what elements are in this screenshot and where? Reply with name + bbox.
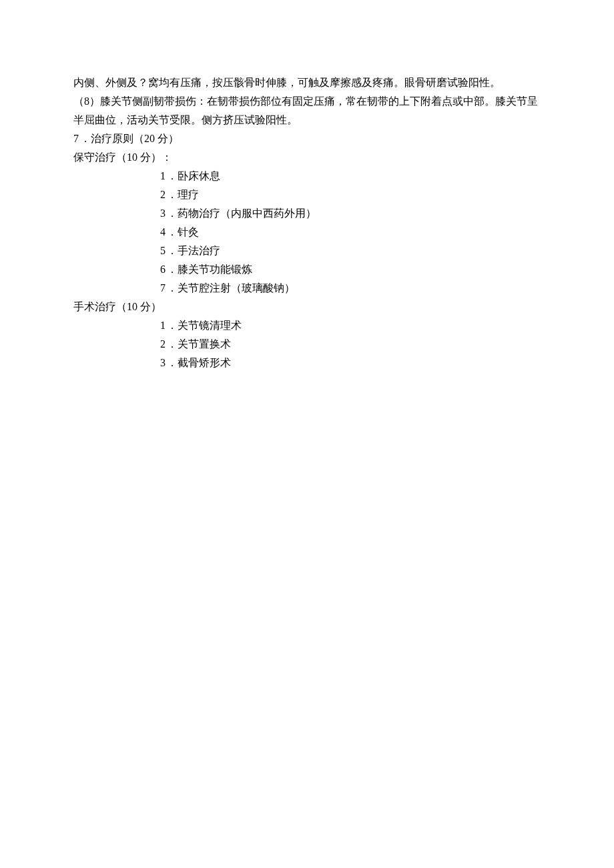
paragraph-item-8: （8）膝关节侧副韧带损伤：在韧带损伤部位有固定压痛，常在韧带的上下附着点或中部。… xyxy=(73,92,541,129)
item-text: ．关节腔注射（玻璃酸钠） xyxy=(167,282,295,294)
list-item: 2．关节置换术 xyxy=(73,335,541,354)
item-text: ．手法治疗 xyxy=(167,245,220,256)
list-item: 3．药物治疗（内服中西药外用） xyxy=(73,204,541,223)
item-text: ．关节置换术 xyxy=(167,338,231,350)
item-number: 5 xyxy=(160,242,166,260)
section-number: 7 xyxy=(73,129,79,148)
list-item: 1．卧床休息 xyxy=(73,167,541,185)
section-label: ．治疗原则（20 分） xyxy=(80,133,179,144)
item-text: ．膝关节功能锻炼 xyxy=(167,264,252,275)
list-item: 5．手法治疗 xyxy=(73,242,541,260)
item-number: 1 xyxy=(160,316,166,335)
item-text: ．理疗 xyxy=(167,189,199,200)
item-text: ．关节镜清理术 xyxy=(167,320,242,331)
list-item: 4．针灸 xyxy=(73,223,541,242)
conservative-treatment-heading: 保守治疗（10 分）： xyxy=(73,148,541,167)
list-item: 7．关节腔注射（玻璃酸钠） xyxy=(73,279,541,298)
item-number: 2 xyxy=(160,185,166,204)
item-text: ．截骨矫形术 xyxy=(167,357,231,368)
list-item: 3．截骨矫形术 xyxy=(73,354,541,372)
item-number: 6 xyxy=(160,260,166,279)
section-7-heading: 7．治疗原则（20 分） xyxy=(73,129,541,148)
item-number: 7 xyxy=(160,279,166,298)
item-number: 1 xyxy=(160,167,166,185)
list-item: 6．膝关节功能锻炼 xyxy=(73,260,541,279)
item-number: 2 xyxy=(160,335,166,354)
item-text: ．卧床休息 xyxy=(167,170,220,181)
surgical-treatment-heading: 手术治疗（10 分） xyxy=(73,298,541,316)
paragraph-continued-1: 内侧、外侧及？窝均有压痛，按压骸骨时伸膝，可触及摩擦感及疼痛。眼骨研磨试验阳性。 xyxy=(73,73,541,92)
item-text: ．针灸 xyxy=(167,226,199,238)
list-item: 2．理疗 xyxy=(73,185,541,204)
item-number: 3 xyxy=(160,204,166,223)
item-number: 4 xyxy=(160,223,166,242)
list-item: 1．关节镜清理术 xyxy=(73,316,541,335)
item-text: ．药物治疗（内服中西药外用） xyxy=(167,207,316,219)
item-number: 3 xyxy=(160,354,166,372)
